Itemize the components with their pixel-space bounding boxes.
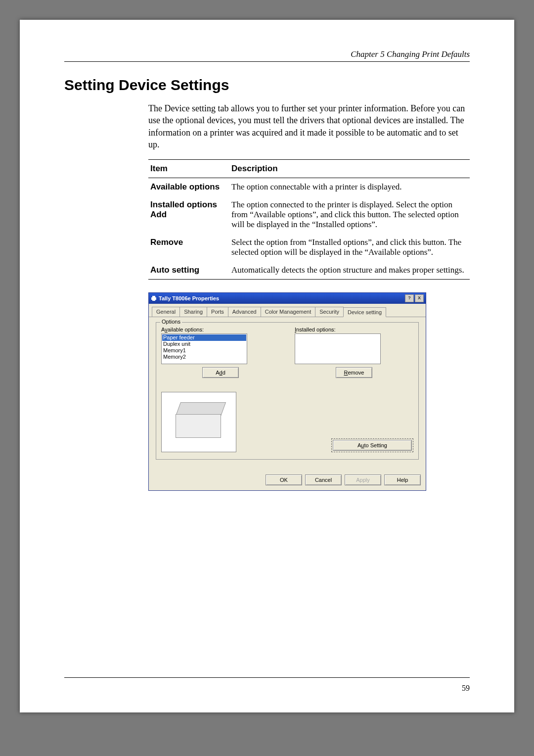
- options-group-label: Options: [160, 319, 182, 325]
- footer-divider: [64, 677, 470, 678]
- properties-dialog: Tally T8006e Properties ? X General Shar…: [148, 292, 426, 491]
- cell-item: Installed options Add: [148, 196, 229, 234]
- table-row: Installed options Add The option connect…: [148, 196, 470, 234]
- apply-button[interactable]: Apply: [345, 474, 381, 485]
- chapter-header: Chapter 5 Changing Print Defaults: [64, 49, 470, 59]
- dialog-titlebar: Tally T8006e Properties ? X: [149, 293, 426, 304]
- list-item[interactable]: Memory2: [162, 354, 246, 360]
- add-button[interactable]: Add: [202, 367, 239, 378]
- available-options-list[interactable]: Paper feeder Duplex unit Memory1 Memory2: [161, 333, 247, 364]
- printer-icon: [151, 295, 157, 301]
- th-desc: Description: [229, 160, 470, 178]
- printer-preview: [161, 392, 236, 452]
- cancel-button[interactable]: Cancel: [305, 474, 342, 485]
- section-title: Setting Device Settings: [64, 77, 470, 94]
- help-button[interactable]: Help: [384, 474, 421, 485]
- tab-general[interactable]: General: [152, 307, 180, 317]
- cell-item: Auto setting: [148, 261, 229, 280]
- remove-button[interactable]: Remove: [336, 367, 372, 378]
- close-window-button[interactable]: X: [415, 294, 424, 302]
- help-window-button[interactable]: ?: [405, 294, 414, 302]
- auto-setting-focus: Auto Setting: [331, 438, 413, 452]
- description-table: Item Description Available options The o…: [148, 159, 470, 280]
- cell-desc: Automatically detects the option structu…: [229, 261, 470, 280]
- dialog-title: Tally T8006e Properties: [159, 295, 219, 301]
- svg-rect-1: [152, 296, 155, 297]
- options-group: Options Available options: Paper feeder …: [156, 322, 419, 460]
- installed-options-label: Installed options:: [295, 327, 413, 332]
- cell-item: Available options: [148, 178, 229, 196]
- cell-desc: The option connected to the printer is d…: [229, 196, 470, 234]
- tab-ports[interactable]: Ports: [207, 307, 228, 317]
- tab-security[interactable]: Security: [315, 307, 344, 317]
- cell-desc: The option connectable with a printer is…: [229, 178, 470, 196]
- svg-rect-2: [152, 299, 155, 301]
- printer-illustration: [174, 402, 223, 442]
- tab-color-management[interactable]: Color Management: [261, 307, 316, 317]
- header-divider: [64, 61, 470, 62]
- page-number: 59: [462, 684, 470, 693]
- intro-text: The Device setting tab allows you to fur…: [148, 102, 470, 150]
- list-item[interactable]: Paper feeder: [162, 334, 246, 341]
- tab-sharing[interactable]: Sharing: [179, 307, 207, 317]
- cell-item: Remove: [148, 234, 229, 261]
- table-row: Available options The option connectable…: [148, 178, 470, 196]
- table-row: Remove Select the option from “Installed…: [148, 234, 470, 261]
- ok-button[interactable]: OK: [266, 474, 302, 485]
- tab-advanced[interactable]: Advanced: [228, 307, 261, 317]
- list-item[interactable]: Memory1: [162, 347, 246, 354]
- cell-desc: Select the option from “Installed option…: [229, 234, 470, 261]
- list-item[interactable]: Duplex unit: [162, 341, 246, 347]
- tab-strip: General Sharing Ports Advanced Color Man…: [149, 304, 426, 317]
- installed-options-list[interactable]: [295, 333, 381, 364]
- table-row: Auto setting Automatically detects the o…: [148, 261, 470, 280]
- available-options-label: Available options:: [161, 327, 280, 332]
- tab-device-setting[interactable]: Device setting: [343, 307, 386, 317]
- auto-setting-button[interactable]: Auto Setting: [333, 440, 412, 451]
- th-item: Item: [148, 160, 229, 178]
